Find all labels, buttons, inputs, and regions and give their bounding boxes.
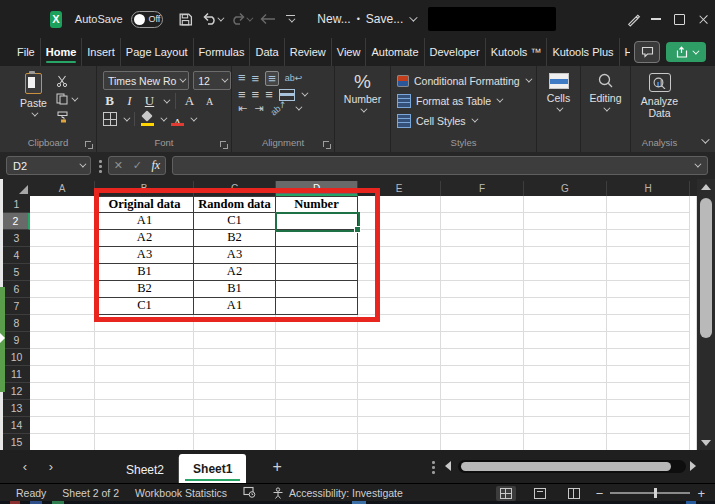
maximize-button[interactable]	[668, 4, 692, 34]
cell-F11[interactable]	[441, 366, 524, 383]
scroll-down-icon[interactable]	[701, 440, 711, 446]
row-header-12[interactable]: 12	[3, 383, 30, 400]
scroll-up-icon[interactable]	[701, 184, 711, 190]
cell-H1[interactable]	[607, 196, 690, 213]
fill-color-button[interactable]	[141, 112, 154, 126]
select-all-button[interactable]	[3, 181, 30, 196]
tab-file[interactable]: File	[12, 38, 41, 66]
cell-G6[interactable]	[524, 281, 607, 298]
tab-home[interactable]: Home	[41, 38, 83, 66]
cell-F6[interactable]	[441, 281, 524, 298]
horizontal-scrollbar[interactable]	[458, 460, 686, 473]
cell-F2[interactable]	[441, 213, 524, 230]
minimize-button[interactable]	[644, 4, 668, 34]
cell-B12[interactable]	[95, 383, 194, 400]
copy-dropdown-icon[interactable]	[71, 94, 78, 101]
tab-automate[interactable]: Automate	[366, 38, 424, 66]
number-dropdown-icon[interactable]	[360, 106, 367, 113]
cell-A12[interactable]	[30, 383, 95, 400]
cell-styles-button[interactable]: Cell Styles	[397, 111, 536, 130]
horizontal-scroll-thumb[interactable]	[461, 462, 671, 471]
zoom-in-button[interactable]: +	[697, 486, 705, 501]
cell-E12[interactable]	[358, 383, 441, 400]
new-sheet-button[interactable]: +	[272, 458, 281, 476]
autosave-toggle[interactable]: Off	[131, 11, 164, 28]
cell-G2[interactable]	[524, 213, 607, 230]
back-button[interactable]	[257, 11, 279, 27]
editing-button[interactable]: Editing	[589, 71, 621, 137]
middle-align-button[interactable]: ≡	[252, 72, 260, 85]
cell-F8[interactable]	[441, 315, 524, 332]
analyze-data-button[interactable]: Analyze Data	[633, 71, 687, 137]
bottom-align-button[interactable]: ≡	[265, 71, 279, 86]
cell-F5[interactable]	[441, 264, 524, 281]
cell-H5[interactable]	[607, 264, 690, 281]
undo-button[interactable]	[199, 10, 225, 28]
cell-E9[interactable]	[358, 332, 441, 349]
cell-G3[interactable]	[524, 230, 607, 247]
cell-D14[interactable]	[276, 417, 358, 434]
tab-data[interactable]: Data	[250, 38, 284, 66]
increase-indent-button[interactable]: ⇥	[254, 103, 263, 114]
sheet-tab-sheet1[interactable]: Sheet1	[179, 454, 246, 483]
fill-color-dropdown-icon[interactable]	[160, 114, 167, 121]
row-header-9[interactable]: 9	[3, 332, 30, 349]
tab-formulas[interactable]: Formulas	[194, 38, 251, 66]
column-header-H[interactable]: H	[607, 181, 690, 196]
cell-H6[interactable]	[607, 281, 690, 298]
row-header-7[interactable]: 7	[3, 298, 30, 315]
cell-F3[interactable]	[441, 230, 524, 247]
enter-button[interactable]: ✓	[133, 159, 142, 172]
cell-B13[interactable]	[95, 400, 194, 417]
tab-view[interactable]: View	[332, 38, 367, 66]
row-header-2[interactable]: 2	[3, 213, 30, 230]
cell-E13[interactable]	[358, 400, 441, 417]
borders-button[interactable]	[103, 112, 117, 126]
row-header-10[interactable]: 10	[3, 349, 30, 366]
page-break-view-button[interactable]	[564, 486, 584, 501]
column-header-G[interactable]: G	[524, 181, 607, 196]
cell-C15[interactable]	[194, 434, 276, 450]
scroll-right-icon[interactable]	[690, 461, 696, 471]
align-center-button[interactable]: ≡	[252, 88, 260, 101]
cell-D9[interactable]	[276, 332, 358, 349]
format-as-table-button[interactable]: Format as Table	[397, 91, 536, 110]
cells-button[interactable]: Cells	[547, 71, 570, 137]
bold-button[interactable]: B	[103, 93, 116, 109]
cell-H13[interactable]	[607, 400, 690, 417]
cell-C14[interactable]	[194, 417, 276, 434]
redo-dropdown-icon[interactable]	[247, 14, 254, 21]
row-header-6[interactable]: 6	[3, 281, 30, 298]
zoom-slider[interactable]	[610, 492, 690, 494]
column-header-F[interactable]: F	[441, 181, 524, 196]
cell-A2[interactable]	[30, 213, 95, 230]
conditional-formatting-button[interactable]: Conditional Formatting	[397, 71, 536, 90]
format-painter-button[interactable]	[56, 110, 76, 124]
align-right-button[interactable]: ≡	[265, 88, 273, 101]
cell-G4[interactable]	[524, 247, 607, 264]
title-dropdown-icon[interactable]	[409, 13, 417, 21]
cell-F13[interactable]	[441, 400, 524, 417]
editing-dropdown-icon[interactable]	[603, 105, 610, 112]
cell-F7[interactable]	[441, 298, 524, 315]
font-size-select[interactable]: 12	[193, 71, 231, 90]
cell-A11[interactable]	[30, 366, 95, 383]
cell-A3[interactable]	[30, 230, 95, 247]
cell-H10[interactable]	[607, 349, 690, 366]
italic-button[interactable]: I	[123, 93, 136, 109]
collapse-ribbon-icon[interactable]	[701, 135, 709, 143]
cell-H3[interactable]	[607, 230, 690, 247]
cancel-button[interactable]: ✕	[114, 159, 123, 172]
customize-qat-button[interactable]	[286, 15, 295, 23]
align-left-button[interactable]: ≡	[238, 88, 246, 101]
cell-G14[interactable]	[524, 417, 607, 434]
cell-D10[interactable]	[276, 349, 358, 366]
name-box-dropdown-icon[interactable]	[79, 161, 86, 168]
cell-G15[interactable]	[524, 434, 607, 450]
cell-G9[interactable]	[524, 332, 607, 349]
cell-G5[interactable]	[524, 264, 607, 281]
underline-button[interactable]: U	[143, 93, 156, 109]
merge-dropdown-icon[interactable]	[301, 90, 308, 97]
cell-F4[interactable]	[441, 247, 524, 264]
save-button[interactable]	[175, 10, 196, 29]
